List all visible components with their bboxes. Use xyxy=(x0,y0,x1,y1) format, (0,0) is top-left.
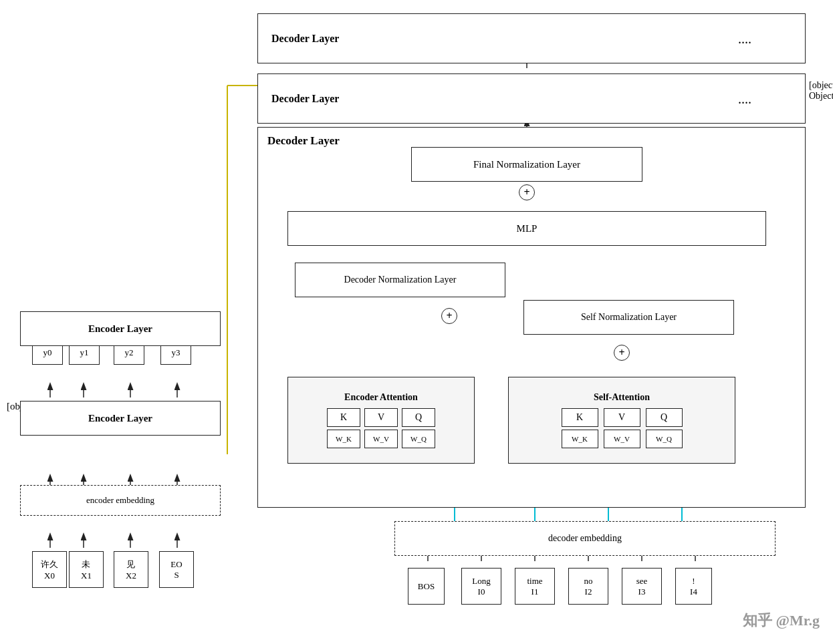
sa-wv-box: W_V xyxy=(604,430,640,448)
encoder-layer-top-label: Encoder Layer xyxy=(88,323,152,335)
enc-wk-box: W_K xyxy=(327,430,360,448)
decoder-layer-top-dots: .... xyxy=(738,31,751,46)
x1-box: 未 X1 xyxy=(69,551,104,588)
mlp-box: MLP xyxy=(287,211,766,246)
i1-box: time I1 xyxy=(515,568,555,605)
x2-box: 见 X2 xyxy=(114,551,148,588)
self-norm-label: Self Normalization Layer xyxy=(581,312,677,323)
y3-label: y3 xyxy=(172,347,181,358)
enc-q-box: Q xyxy=(402,408,435,427)
encoder-layer-bot-label: Encoder Layer xyxy=(88,413,152,424)
watermark: 知乎 @Mr.g xyxy=(743,611,820,631)
x0-label: 许久 X0 xyxy=(41,558,58,581)
sa-wv-label: W_V xyxy=(614,435,630,443)
sa-q-box: Q xyxy=(646,408,683,427)
encoder-embedding-label: encoder embedding xyxy=(86,495,154,506)
sa-wk-box: W_K xyxy=(562,430,598,448)
final-norm-box: Final Normalization Layer xyxy=(411,147,642,182)
enc-wq-label: W_Q xyxy=(410,435,427,443)
sa-k-box: K xyxy=(562,408,598,427)
sa-wq-box: W_Q xyxy=(646,430,683,448)
decoder-embedding-box: decoder embedding xyxy=(394,521,776,556)
decoder-norm-label: Decoder Normalization Layer xyxy=(344,275,457,285)
y0-label: y0 xyxy=(43,347,52,358)
enc-v-box: V xyxy=(364,408,398,427)
i4-box: ! I4 xyxy=(675,568,712,605)
sa-v-label: V xyxy=(618,412,625,423)
mlp-label: MLP xyxy=(517,223,538,234)
self-attention-label: Self-Attention xyxy=(594,392,650,403)
plus-circle-decoder: + xyxy=(441,308,457,324)
y2-label: y2 xyxy=(125,347,134,358)
decoder-layer-top-label: Decoder Layer xyxy=(271,33,339,45)
i0-box: Long I0 xyxy=(461,568,501,605)
enc-k-box: K xyxy=(327,408,360,427)
self-attention-box: Self-Attention K V Q W_K W_V W_Q xyxy=(508,377,735,464)
i3-label: see I3 xyxy=(636,576,648,597)
decoder-layer-top-box: Decoder Layer .... xyxy=(257,13,806,63)
sa-k-label: K xyxy=(576,412,583,423)
enc-wk-label: W_K xyxy=(336,435,352,443)
decoder-embedding-label: decoder embedding xyxy=(548,533,622,544)
x3-box: EO S xyxy=(159,551,194,588)
enc-wv-label: W_V xyxy=(373,435,389,443)
enc-wv-box: W_V xyxy=(364,430,398,448)
x3-label: EO S xyxy=(170,559,182,581)
decoder-layer-detail-label: Decoder Layer xyxy=(267,134,340,148)
sa-q-label: Q xyxy=(661,412,667,423)
diagram: Decoder Layer .... Decoder Layer .... [o… xyxy=(0,0,833,644)
encoder-layer-top-box: Encoder Layer xyxy=(20,311,221,346)
bos-label: BOS xyxy=(418,581,435,592)
decoder-norm-box: Decoder Normalization Layer xyxy=(295,263,505,297)
enc-v-label: V xyxy=(378,412,384,423)
enc-wq-box: W_Q xyxy=(402,430,435,448)
decoder-layer-mid-label: Decoder Layer xyxy=(271,93,339,105)
enc-q-label: Q xyxy=(415,412,422,423)
plus-circle-self: + xyxy=(614,345,630,361)
encoder-attention-label: Encoder Attention xyxy=(344,392,418,403)
encoder-attention-box: Encoder Attention K V Q W_K W_V W_Q xyxy=(287,377,475,464)
sa-wq-label: W_Q xyxy=(656,435,672,443)
enc-k-label: K xyxy=(340,412,347,423)
x0-box: 许久 X0 xyxy=(32,551,67,588)
plus-circle-final: + xyxy=(519,184,535,200)
i3-box: see I3 xyxy=(622,568,662,605)
i4-label: ! I4 xyxy=(690,576,697,597)
i2-box: no I2 xyxy=(568,568,608,605)
x1-label: 未 X1 xyxy=(81,558,92,581)
sa-v-box: V xyxy=(604,408,640,427)
self-norm-box: Self Normalization Layer xyxy=(523,300,734,335)
y1-label: y1 xyxy=(80,347,89,358)
bos-box: BOS xyxy=(408,568,445,605)
final-norm-label: Final Normalization Layer xyxy=(473,159,580,170)
x2-label: 见 X2 xyxy=(126,558,136,581)
decoder-layer-mid-dots: .... xyxy=(738,91,751,106)
decoder-layer-mid-box: Decoder Layer .... xyxy=(257,73,806,124)
nx-decoder-label: [object Object] xyxy=(809,80,833,102)
sa-wk-label: W_K xyxy=(572,435,588,443)
encoder-layer-bot-box: Encoder Layer xyxy=(20,401,221,436)
encoder-embedding-box: encoder embedding xyxy=(20,485,221,516)
i0-label: Long I0 xyxy=(472,576,490,597)
i2-label: no I2 xyxy=(584,576,593,597)
i1-label: time I1 xyxy=(527,576,542,597)
